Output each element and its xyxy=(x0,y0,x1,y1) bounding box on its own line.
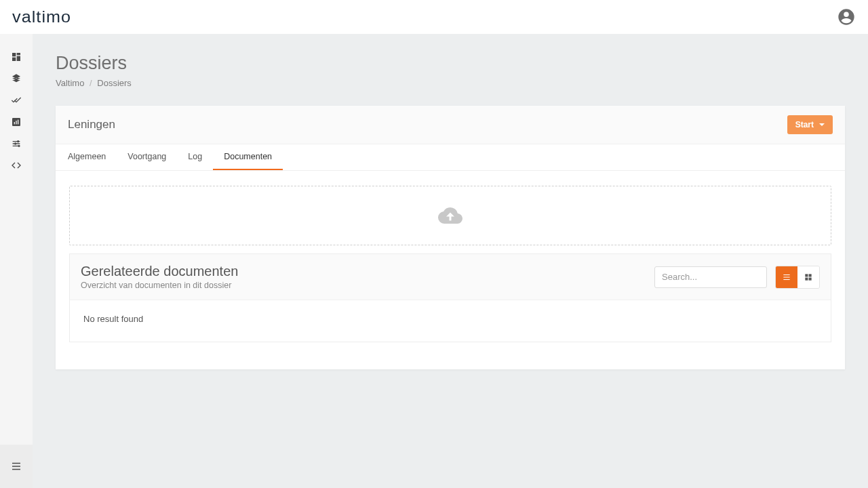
svg-rect-11 xyxy=(805,274,808,277)
documents-body: No result found xyxy=(70,300,831,342)
file-dropzone[interactable] xyxy=(69,186,831,245)
tab-algemeen[interactable]: Algemeen xyxy=(57,144,117,170)
dossier-panel-header: Leningen Start xyxy=(56,106,845,144)
search-input[interactable] xyxy=(654,266,767,288)
start-button[interactable]: Start xyxy=(787,115,833,134)
documents-empty-message: No result found xyxy=(83,314,143,324)
double-check-icon xyxy=(11,95,22,106)
breadcrumb: Valtimo / Dossiers xyxy=(56,78,845,88)
svg-rect-6 xyxy=(16,121,16,124)
main-content: Dossiers Valtimo / Dossiers Leningen Sta… xyxy=(33,34,868,488)
sidebar-item-dashboard[interactable] xyxy=(0,46,33,68)
user-circle-icon xyxy=(837,7,856,26)
documents-toolbar xyxy=(654,266,820,289)
svg-rect-14 xyxy=(809,277,812,280)
dossier-tabs: Algemeen Voortgang Log Documenten xyxy=(56,144,845,171)
documents-title: Gerelateerde documenten xyxy=(81,264,238,279)
sidebar-item-analytics[interactable] xyxy=(0,111,33,133)
dossier-panel: Leningen Start Algemeen Voortgang Log Do… xyxy=(56,106,845,369)
sidebar-item-settings[interactable] xyxy=(0,133,33,155)
breadcrumb-current: Dossiers xyxy=(97,78,132,88)
tab-log[interactable]: Log xyxy=(177,144,213,170)
hamburger-menu-icon xyxy=(10,460,22,472)
sidebar-item-layers[interactable] xyxy=(0,68,33,89)
dashboard-icon xyxy=(11,52,22,62)
brand-logo: valtimo xyxy=(12,7,71,26)
tab-body-documenten: Gerelateerde documenten Overzicht van do… xyxy=(56,171,845,369)
svg-point-10 xyxy=(18,145,20,146)
sliders-icon xyxy=(11,138,22,149)
svg-rect-2 xyxy=(17,56,20,61)
cloud-upload-icon xyxy=(434,203,467,228)
svg-rect-0 xyxy=(12,53,16,56)
view-toggle xyxy=(775,266,820,289)
page-title: Dossiers xyxy=(56,53,845,74)
list-view-icon xyxy=(782,272,791,282)
bar-chart-icon xyxy=(11,117,22,127)
documents-subtitle: Overzicht van documenten in dit dossier xyxy=(81,281,238,290)
view-list-button[interactable] xyxy=(776,266,797,288)
svg-rect-1 xyxy=(17,53,20,55)
svg-rect-12 xyxy=(809,274,812,277)
grid-view-icon xyxy=(804,272,813,282)
documents-card: Gerelateerde documenten Overzicht van do… xyxy=(69,253,831,342)
start-button-label: Start xyxy=(795,120,814,129)
svg-point-8 xyxy=(18,141,19,142)
svg-rect-5 xyxy=(14,122,15,124)
dossier-name: Leningen xyxy=(68,118,115,131)
sidebar xyxy=(0,34,33,488)
svg-point-9 xyxy=(15,143,16,144)
tab-documenten[interactable]: Documenten xyxy=(213,144,283,170)
sidebar-item-tasks[interactable] xyxy=(0,89,33,111)
chevron-down-icon xyxy=(819,123,825,126)
tab-voortgang[interactable]: Voortgang xyxy=(117,144,177,170)
documents-card-header: Gerelateerde documenten Overzicht van do… xyxy=(70,254,831,300)
sidebar-items xyxy=(0,34,33,445)
breadcrumb-separator: / xyxy=(90,78,92,88)
layers-icon xyxy=(11,73,22,84)
svg-rect-13 xyxy=(805,277,808,280)
top-bar: valtimo xyxy=(0,0,868,34)
sidebar-item-developer[interactable] xyxy=(0,155,33,176)
view-grid-button[interactable] xyxy=(797,266,819,288)
svg-rect-3 xyxy=(12,58,16,61)
user-avatar-button[interactable] xyxy=(837,7,856,26)
breadcrumb-root[interactable]: Valtimo xyxy=(56,78,84,88)
code-icon xyxy=(11,160,22,171)
documents-title-block: Gerelateerde documenten Overzicht van do… xyxy=(81,264,238,290)
svg-rect-7 xyxy=(18,120,18,125)
sidebar-collapse-button[interactable] xyxy=(0,445,33,488)
